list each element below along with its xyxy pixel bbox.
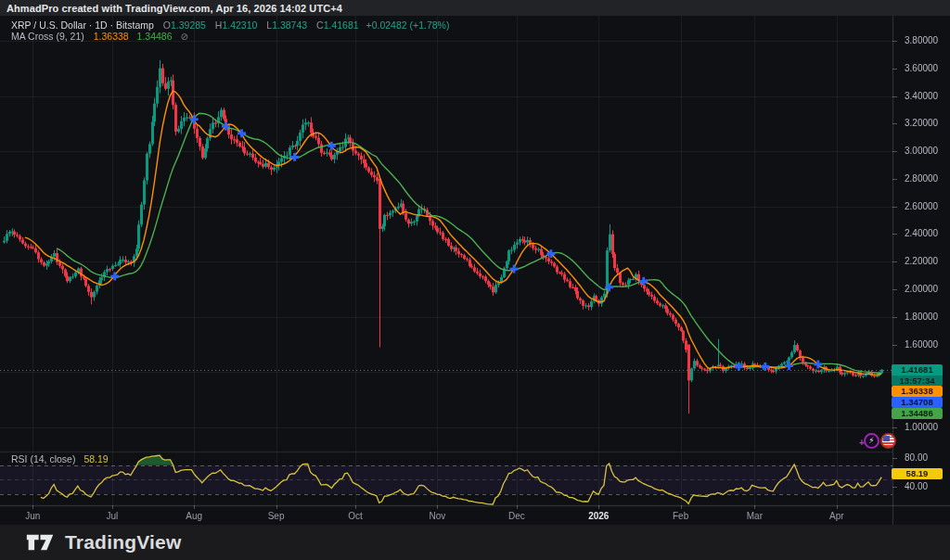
rsi-value-badge: 58.19 bbox=[892, 468, 943, 479]
footer: TradingView bbox=[0, 525, 950, 560]
time-axis-label-Feb: Feb bbox=[673, 511, 688, 521]
countdown-timer: 13:57:34 bbox=[892, 375, 943, 386]
tradingview-chart-screenshot: AhmadPro created with TradingView.com, A… bbox=[0, 0, 950, 560]
rsi-title[interactable]: RSI (14, close) bbox=[11, 453, 75, 465]
open-value: 1.39285 bbox=[171, 19, 206, 31]
time-axis-label-Aug: Aug bbox=[186, 511, 202, 521]
symbol-row[interactable]: XRP / U.S. Dollar · 1D · Bitstamp O1.392… bbox=[11, 19, 449, 31]
price-axis-label: 1.60000 bbox=[905, 339, 950, 350]
time-axis-label-Apr: Apr bbox=[829, 511, 844, 521]
symbol-title[interactable]: XRP / U.S. Dollar · 1D · Bitstamp bbox=[11, 19, 154, 31]
time-axis-label-Nov: Nov bbox=[429, 511, 445, 521]
price-axis-label: 1.00000 bbox=[905, 422, 950, 432]
close-key: C bbox=[316, 19, 324, 31]
rsi-value: 58.19 bbox=[83, 453, 108, 465]
symbol-legend[interactable]: XRP / U.S. Dollar · 1D · Bitstamp O1.392… bbox=[11, 19, 449, 42]
price-badge-last: 1.4168113:57:34 bbox=[892, 364, 943, 386]
ma-cross-row[interactable]: MA Cross (9, 21) 1.36338 1.34486 ⊘ bbox=[11, 31, 449, 42]
price-badge: 1.34708 bbox=[892, 397, 943, 408]
high-value: 1.42310 bbox=[222, 19, 257, 31]
price-axis-label: 2.80000 bbox=[905, 173, 950, 184]
price-axis-label: 3.40000 bbox=[905, 91, 950, 101]
ma-fast-value: 1.36338 bbox=[94, 31, 129, 42]
price-axis-label: 3.00000 bbox=[905, 146, 950, 156]
time-axis-label-Sep: Sep bbox=[268, 511, 285, 521]
chart-canvas[interactable] bbox=[0, 0, 950, 560]
price-badge: 1.34486 bbox=[892, 408, 943, 419]
rsi-axis-label: 40.00 bbox=[905, 481, 950, 491]
ma-cross-title[interactable]: MA Cross (9, 21) bbox=[11, 31, 84, 42]
lightning-events-button[interactable]: + ⚡ bbox=[864, 433, 879, 449]
price-axis-label: 2.20000 bbox=[905, 256, 950, 266]
time-axis-label-Oct: Oct bbox=[348, 511, 363, 521]
close-value: 1.41681 bbox=[324, 19, 359, 31]
time-axis-label-Mar: Mar bbox=[747, 511, 763, 521]
us-flag-events-button[interactable] bbox=[880, 433, 896, 449]
price-axis-label: 3.60000 bbox=[905, 63, 950, 73]
attribution-text: AhmadPro created with TradingView.com, A… bbox=[6, 3, 342, 14]
open-key: O bbox=[163, 19, 171, 31]
price-axis-label: 2.00000 bbox=[905, 284, 950, 294]
time-axis-label-Dec: Dec bbox=[508, 511, 525, 521]
plus-icon: + bbox=[859, 438, 865, 448]
price-axis-label: 2.60000 bbox=[905, 201, 950, 211]
time-axis-label-Jun: Jun bbox=[25, 511, 40, 521]
hidden-values-icon[interactable]: ⊘ bbox=[180, 32, 187, 42]
price-axis-label: 1.80000 bbox=[905, 312, 950, 322]
tradingview-logo-icon bbox=[25, 530, 56, 554]
low-value: 1.38743 bbox=[272, 19, 307, 31]
price-badge: 1.36338 bbox=[892, 386, 943, 397]
price-axis-label: 2.40000 bbox=[905, 228, 950, 238]
lightning-icon: ⚡ bbox=[868, 437, 874, 445]
ma-slow-value: 1.34486 bbox=[137, 31, 173, 42]
attribution-bar: AhmadPro created with TradingView.com, A… bbox=[0, 0, 950, 16]
tradingview-brand: TradingView bbox=[65, 531, 182, 554]
flag-canton bbox=[883, 436, 890, 441]
price-axis-label: 3.80000 bbox=[905, 35, 950, 45]
price-axis-label: 3.20000 bbox=[905, 118, 950, 128]
change-value: +0.02482 (+1.78%) bbox=[366, 19, 450, 31]
rsi-legend[interactable]: RSI (14, close) 58.19 bbox=[11, 453, 109, 465]
time-axis-label-2026: 2026 bbox=[588, 511, 609, 521]
time-axis-label-Jul: Jul bbox=[106, 511, 118, 521]
rsi-axis-label: 80.00 bbox=[905, 452, 950, 463]
